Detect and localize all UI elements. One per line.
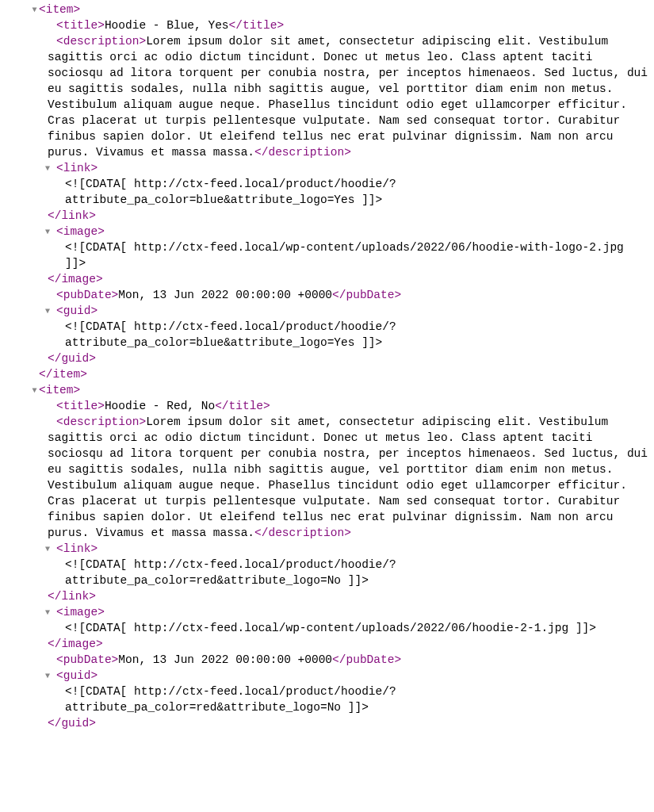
link-close: </link> [48, 208, 651, 224]
tag-image-open: <image> [56, 606, 105, 619]
guid-close: </guid> [48, 715, 651, 731]
tag-guid-open: <guid> [56, 304, 98, 317]
cdata-text: <![CDATA[ http://ctx-feed.local/wp-conte… [65, 620, 651, 636]
tag-pub-close: </pubDate> [332, 653, 401, 666]
tag-title-close: </title> [229, 19, 285, 32]
item-node[interactable]: ▼<item> [30, 2, 651, 17]
disclosure-triangle-icon[interactable]: ▼ [30, 385, 39, 396]
title-node: <title>Hoodie - Red, No</title> [48, 398, 651, 414]
tag-link-open: <link> [56, 542, 98, 555]
tag-title-open: <title> [56, 400, 105, 412]
item-close: </item> [30, 366, 651, 382]
pubdate-node: <pubDate>Mon, 13 Jun 2022 00:00:00 +0000… [48, 287, 651, 303]
xml-tree: ▼<item> <title>Hoodie - Blue, Yes</title… [3, 2, 651, 731]
guid-node[interactable]: ▼<guid> [48, 668, 651, 684]
tag-item-open: <item> [39, 3, 80, 16]
cdata-text: <![CDATA[ http://ctx-feed.local/product/… [65, 319, 651, 350]
disclosure-triangle-icon[interactable]: ▼ [48, 607, 56, 619]
cdata-text: <![CDATA[ http://ctx-feed.local/wp-conte… [65, 239, 651, 271]
image-close: </image> [48, 636, 651, 652]
guid-node[interactable]: ▼<guid> [48, 303, 651, 319]
disclosure-triangle-icon[interactable]: ▼ [30, 5, 39, 16]
title-text: Hoodie - Red, No [105, 400, 215, 412]
pubdate-node: <pubDate>Mon, 13 Jun 2022 00:00:00 +0000… [48, 652, 651, 668]
link-node[interactable]: ▼<link> [48, 160, 651, 176]
cdata-text: <![CDATA[ http://ctx-feed.local/product/… [65, 176, 651, 208]
tag-desc-open: <description> [56, 416, 146, 428]
item-node[interactable]: ▼<item> [30, 382, 651, 398]
pubdate-text: Mon, 13 Jun 2022 00:00:00 +0000 [118, 289, 332, 301]
disclosure-triangle-icon[interactable]: ▼ [48, 306, 56, 317]
image-node[interactable]: ▼<image> [48, 224, 651, 239]
cdata-text: <![CDATA[ http://ctx-feed.local/product/… [65, 557, 651, 588]
tag-pub-open: <pubDate> [56, 289, 118, 301]
link-close: </link> [48, 588, 651, 604]
description-node: <description>Lorem ipsum dolor sit amet,… [48, 33, 651, 160]
guid-close: </guid> [48, 350, 651, 366]
description-text: Lorem ipsum dolor sit amet, consectetur … [48, 416, 648, 539]
disclosure-triangle-icon[interactable]: ▼ [48, 227, 56, 238]
tag-link-open: <link> [56, 162, 98, 174]
pubdate-text: Mon, 13 Jun 2022 00:00:00 +0000 [118, 653, 332, 666]
tag-desc-close: </description> [254, 146, 351, 159]
image-close: </image> [48, 271, 651, 287]
disclosure-triangle-icon[interactable]: ▼ [48, 671, 56, 682]
tag-title-close: </title> [215, 400, 270, 412]
tag-title-open: <title> [56, 19, 105, 32]
link-node[interactable]: ▼<link> [48, 541, 651, 557]
tag-pub-open: <pubDate> [56, 653, 118, 666]
tag-desc-close: </description> [254, 527, 351, 539]
tag-image-open: <image> [56, 225, 105, 238]
disclosure-triangle-icon[interactable]: ▼ [48, 544, 56, 555]
tag-item-open: <item> [39, 384, 80, 396]
image-node[interactable]: ▼<image> [48, 604, 651, 620]
tag-guid-open: <guid> [56, 669, 98, 682]
description-node: <description>Lorem ipsum dolor sit amet,… [48, 414, 651, 541]
title-text: Hoodie - Blue, Yes [105, 19, 229, 32]
description-text: Lorem ipsum dolor sit amet, consectetur … [48, 35, 648, 159]
tag-pub-close: </pubDate> [332, 289, 401, 301]
tag-desc-open: <description> [56, 35, 146, 48]
cdata-text: <![CDATA[ http://ctx-feed.local/product/… [65, 684, 651, 715]
disclosure-triangle-icon[interactable]: ▼ [48, 163, 56, 174]
title-node: <title>Hoodie - Blue, Yes</title> [48, 17, 651, 33]
